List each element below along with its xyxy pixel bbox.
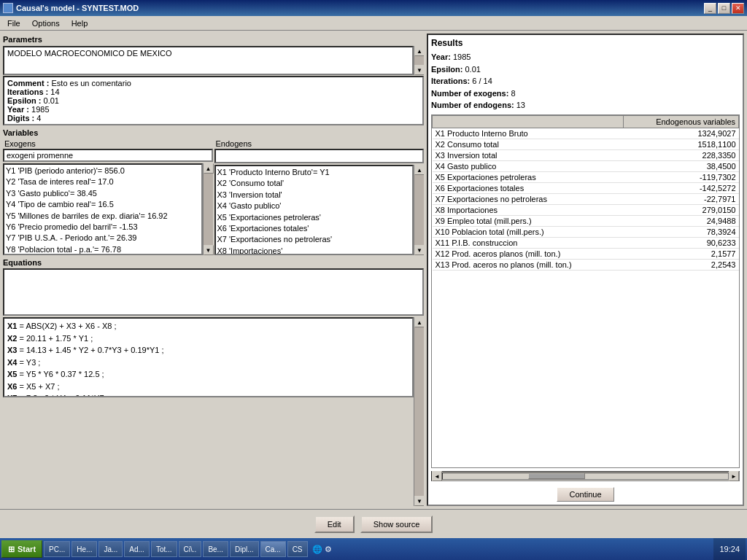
list-item[interactable]: X5 'Exportaciones petroleras' bbox=[217, 212, 411, 223]
result-iterations-label: Iterations: bbox=[431, 77, 470, 85]
table-row: X8 Importaciones279,0150 bbox=[433, 204, 739, 215]
table-cell-name: X3 Inversion total bbox=[433, 149, 624, 160]
result-endogens-line: Number of endogens: 13 bbox=[431, 99, 740, 112]
params-scrollbar[interactable]: ▲ ▼ bbox=[414, 46, 424, 75]
close-button[interactable]: ✕ bbox=[732, 3, 744, 14]
hscroll-right[interactable]: ► bbox=[729, 471, 739, 481]
exogens-scroll-down[interactable]: ▼ bbox=[204, 245, 214, 255]
comment-label: Comment : bbox=[7, 79, 49, 88]
results-hscrollbar[interactable]: ◄ ► bbox=[431, 471, 740, 481]
digits-label: Digits : bbox=[7, 114, 34, 122]
table-row: X1 Producto Interno Bruto1324,9027 bbox=[433, 128, 739, 139]
endogens-col: Endogens X1 'Producto Interno Bruto'= Y1… bbox=[214, 139, 425, 255]
exogens-scroll-track bbox=[204, 174, 213, 245]
equations-scrollbar[interactable]: ▲ ▼ bbox=[414, 317, 424, 506]
exogens-input[interactable] bbox=[3, 149, 213, 162]
list-item[interactable]: Y2 'Tasa de interes real'= 17.0 bbox=[6, 176, 200, 187]
menu-help[interactable]: Help bbox=[67, 18, 93, 29]
table-cell-name: X6 Exportaciones totales bbox=[433, 182, 624, 193]
endogens-scrollbar[interactable]: ▲ ▼ bbox=[414, 165, 424, 255]
endogens-scroll-down[interactable]: ▼ bbox=[414, 245, 424, 255]
title-bar-text: Causal's model - SYNTEST.MOD bbox=[3, 3, 139, 13]
result-iterations-line: Iterations: 6 / 14 bbox=[431, 75, 740, 88]
show-source-button[interactable]: Show source bbox=[360, 516, 433, 533]
table-cell-value: 38,4500 bbox=[623, 160, 738, 171]
exogens-scrollbar[interactable]: ▲ ▼ bbox=[203, 163, 213, 255]
taskbar-item-3[interactable]: Ad... bbox=[124, 541, 150, 557]
table-cell-name: X12 Prod. aceros planos (mill. ton.) bbox=[433, 248, 624, 259]
taskbar-item-2[interactable]: Ja... bbox=[98, 541, 123, 557]
exogens-scroll-up[interactable]: ▲ bbox=[204, 163, 214, 174]
list-item[interactable]: Y5 'Millones de barriles de exp. diaria'… bbox=[6, 211, 200, 222]
params-scroll-up[interactable]: ▲ bbox=[414, 46, 424, 56]
equations-editor[interactable]: X1 = ABS(X2) + X3 + X6 - X8 ;X2 = 20.11 … bbox=[3, 317, 414, 397]
taskbar-item-7[interactable]: Dipl... bbox=[230, 541, 259, 557]
table-row: X11 P.I.B. construccion90,6233 bbox=[433, 237, 739, 248]
result-iterations-value: 6 / 14 bbox=[472, 77, 492, 85]
result-endogens-value: 13 bbox=[516, 101, 525, 109]
exogens-list[interactable]: Y1 'PIB (periodo anterior)'= 856.0Y2 'Ta… bbox=[3, 163, 203, 255]
list-item[interactable]: X4 'Gasto publico' bbox=[217, 201, 411, 211]
params-input[interactable] bbox=[3, 46, 414, 75]
sys-icon-1: 🌐 bbox=[312, 545, 322, 554]
sys-icon-2: ⚙ bbox=[325, 545, 332, 554]
edit-button[interactable]: Edit bbox=[314, 516, 355, 533]
digits-line: Digits : 4 bbox=[7, 114, 419, 122]
taskbar-item-8[interactable]: Ca... bbox=[260, 541, 286, 557]
maximize-button[interactable]: □ bbox=[718, 3, 730, 14]
taskbar-clock: 19:24 bbox=[713, 538, 746, 560]
epsilon-label: Epsilon : bbox=[7, 96, 41, 105]
endogens-list[interactable]: X1 'Producto Interno Bruto'= Y1X2 'Consu… bbox=[214, 165, 414, 255]
table-col-values: Endogenous variables bbox=[623, 115, 738, 128]
equations-label: Equations bbox=[3, 257, 424, 268]
year-label: Year : bbox=[7, 105, 29, 114]
params-textarea-container: ▲ ▼ bbox=[3, 46, 424, 75]
start-button[interactable]: ⊞ Start bbox=[1, 540, 42, 558]
results-info: Year: 1985 Epsilon: 0.01 Iterations: 6 /… bbox=[431, 51, 740, 112]
endogens-header: Endogens bbox=[214, 139, 425, 149]
taskbar-item-6[interactable]: Be... bbox=[203, 541, 228, 557]
equations-scroll-track bbox=[414, 327, 424, 496]
list-item[interactable]: X3 'Inversion total' bbox=[217, 190, 411, 201]
menu-file[interactable]: File bbox=[3, 18, 25, 29]
table-row: X3 Inversion total228,3350 bbox=[433, 149, 739, 160]
list-item[interactable]: X8 'Importaciones' bbox=[217, 246, 411, 255]
equations-editor-container: X1 = ABS(X2) + X3 + X6 - X8 ;X2 = 20.11 … bbox=[3, 317, 424, 506]
list-item[interactable]: X7 'Exportaciones no petroleras' bbox=[217, 234, 411, 245]
list-item[interactable]: Y3 'Gasto publico'= 38.45 bbox=[6, 188, 200, 199]
minimize-button[interactable]: _ bbox=[704, 3, 716, 14]
table-cell-name: X9 Empleo total (mill.pers.) bbox=[433, 215, 624, 226]
taskbar-item-4[interactable]: Tot... bbox=[151, 541, 177, 557]
list-item[interactable]: Y7 'PIB U.S.A. - Periodo ant.'= 26.39 bbox=[6, 233, 200, 244]
list-item: X6 = X5 + X7 ; bbox=[7, 381, 409, 393]
result-year-label: Year: bbox=[431, 52, 451, 61]
taskbar-item-1[interactable]: He... bbox=[71, 541, 97, 557]
equations-scroll-up[interactable]: ▲ bbox=[414, 317, 424, 327]
taskbar-item-0[interactable]: PC... bbox=[44, 541, 70, 557]
hscroll-thumb[interactable] bbox=[528, 473, 585, 479]
params-scroll-down[interactable]: ▼ bbox=[414, 65, 424, 75]
endogens-input-box[interactable] bbox=[214, 149, 425, 163]
table-cell-value: 1324,9027 bbox=[623, 128, 738, 139]
equations-scroll-down[interactable]: ▼ bbox=[414, 496, 424, 506]
table-cell-value: 2,1577 bbox=[623, 248, 738, 259]
list-item[interactable]: Y6 'Precio promedio del barril'= -1.53 bbox=[6, 222, 200, 233]
result-epsilon-line: Epsilon: 0.01 bbox=[431, 63, 740, 76]
hscroll-track[interactable] bbox=[442, 472, 729, 480]
list-item[interactable]: Y1 'PIB (periodo anterior)'= 856.0 bbox=[6, 166, 200, 176]
menu-options[interactable]: Options bbox=[28, 18, 64, 29]
taskbar-item-5[interactable]: Ci\.. bbox=[179, 541, 202, 557]
list-item[interactable]: Y8 'Poblacion total - p.a.'= 76.78 bbox=[6, 244, 200, 255]
table-cell-value: 2,2543 bbox=[623, 259, 738, 270]
continue-button[interactable]: Continue bbox=[557, 487, 614, 502]
table-row: X4 Gasto publico38,4500 bbox=[433, 160, 739, 171]
list-item[interactable]: X2 'Consumo total' bbox=[217, 178, 411, 189]
list-item[interactable]: Y4 'Tipo de cambio real'= 16.5 bbox=[6, 199, 200, 210]
taskbar-item-cs[interactable]: CS bbox=[287, 541, 308, 557]
list-item[interactable]: X6 'Exportaciones totales' bbox=[217, 223, 411, 234]
title-bar: Causal's model - SYNTEST.MOD _ □ ✕ bbox=[0, 0, 747, 16]
hscroll-left[interactable]: ◄ bbox=[432, 471, 442, 481]
list-item[interactable]: X1 'Producto Interno Bruto'= Y1 bbox=[217, 167, 411, 178]
results-table-container[interactable]: Endogenous variables X1 Producto Interno… bbox=[431, 114, 740, 469]
endogens-scroll-up[interactable]: ▲ bbox=[414, 165, 424, 175]
